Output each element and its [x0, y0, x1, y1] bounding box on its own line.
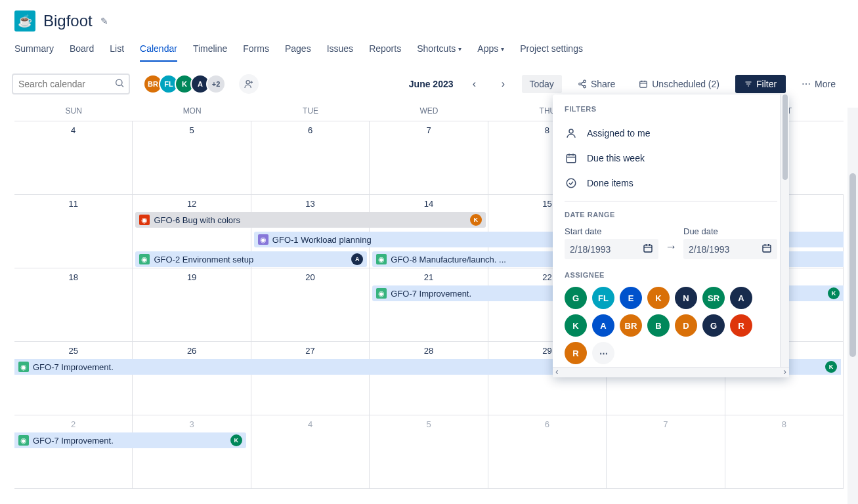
calendar-cell[interactable]: 18 — [14, 268, 133, 341]
calendar-cell[interactable]: 5 — [133, 121, 251, 194]
filter-option[interactable]: Due this week — [565, 146, 777, 171]
more-button[interactable]: ⋯ More — [794, 75, 844, 93]
edit-icon[interactable]: ✎ — [100, 16, 108, 26]
calendar-icon[interactable] — [761, 243, 772, 255]
assignee-chip[interactable]: E — [620, 287, 642, 309]
date-range-heading: DATE RANGE — [565, 211, 777, 219]
assignee-chip[interactable]: N — [675, 287, 697, 309]
filter-option-icon — [565, 127, 578, 139]
date-number: 7 — [374, 124, 483, 135]
assignee-chip[interactable]: R — [565, 342, 587, 364]
add-person-button[interactable] — [239, 74, 259, 94]
filter-option[interactable]: Assigned to me — [565, 121, 777, 146]
calendar-cell[interactable]: 27 — [251, 342, 370, 415]
tab-shortcuts[interactable]: Shortcuts▾ — [417, 39, 461, 62]
svg-line-1 — [121, 85, 123, 87]
app-title: Bigfoot — [43, 12, 93, 30]
calendar-cell[interactable]: 6 — [251, 121, 370, 194]
calendar-cell[interactable]: 26 — [133, 342, 251, 415]
date-number: 8 — [729, 418, 839, 429]
assignee-avatar: A — [351, 253, 363, 265]
calendar-event[interactable]: ◉GFO-2 Environment setupA — [135, 251, 367, 267]
assignee-chip[interactable]: R — [730, 314, 752, 337]
assignee-chip[interactable]: G — [565, 287, 587, 309]
tab-board[interactable]: Board — [70, 39, 94, 62]
svg-line-8 — [581, 82, 584, 83]
calendar-cell[interactable]: 4 — [14, 121, 133, 194]
calendar-cell[interactable]: 6 — [488, 415, 607, 488]
filters-heading: FILTERS — [565, 105, 777, 113]
event-text: GFO-2 Environment setup — [154, 255, 349, 264]
tab-project-settings[interactable]: Project settings — [520, 39, 583, 62]
date-number: 5 — [137, 124, 246, 135]
calendar-cell[interactable]: 5 — [370, 415, 488, 488]
search-input[interactable] — [12, 74, 130, 94]
date-number: 28 — [374, 345, 483, 356]
assignee-heading: ASSIGNEE — [565, 271, 777, 279]
svg-line-9 — [581, 85, 584, 86]
date-number: 3 — [137, 418, 246, 429]
assignee-chip[interactable]: K — [565, 314, 587, 337]
prev-month-button[interactable]: ‹ — [464, 74, 485, 94]
calendar-cell[interactable]: 28 — [370, 342, 488, 415]
calendar-cell[interactable]: 2 — [14, 415, 133, 488]
assignee-chip[interactable]: BR — [620, 314, 642, 337]
panel-vertical-scrollbar[interactable] — [780, 94, 789, 367]
calendar-cell[interactable]: 25 — [14, 342, 133, 415]
tab-reports[interactable]: Reports — [369, 39, 401, 62]
assignee-chip[interactable]: D — [675, 314, 697, 337]
unscheduled-button[interactable]: Unscheduled (2) — [631, 75, 727, 93]
issue-type-icon: ◉ — [376, 254, 387, 264]
assignee-chip[interactable]: SR — [702, 287, 725, 309]
assignee-avatar: K — [470, 214, 482, 226]
assignee-chip[interactable]: A — [730, 287, 752, 309]
filter-button[interactable]: Filter — [735, 75, 786, 93]
assignee-chip[interactable]: A — [592, 314, 614, 337]
tab-timeline[interactable]: Timeline — [193, 39, 227, 62]
issue-type-icon: ◉ — [139, 254, 150, 264]
assignee-more-button[interactable]: ⋯ — [592, 342, 614, 364]
calendar-cell[interactable]: 21 — [370, 268, 488, 341]
calendar-icon[interactable] — [643, 243, 653, 255]
calendar-cell[interactable]: 8 — [725, 415, 844, 488]
assignee-chip[interactable]: B — [647, 314, 670, 337]
assignee-chip[interactable]: K — [647, 287, 670, 309]
calendar-cell[interactable]: 19 — [133, 268, 251, 341]
calendar-event[interactable]: ◉GFO-7 Improvement.K — [14, 432, 246, 448]
due-date-input[interactable] — [689, 244, 761, 255]
calendar-cell[interactable]: 7 — [370, 121, 488, 194]
calendar-cell[interactable]: 4 — [251, 415, 370, 488]
date-number: 27 — [255, 345, 365, 356]
tabs: SummaryBoardListCalendarTimelineFormsPag… — [0, 39, 858, 62]
calendar-cell[interactable]: 3 — [133, 415, 251, 488]
assignee-chip[interactable]: FL — [592, 287, 614, 309]
panel-horizontal-scrollbar[interactable] — [553, 367, 789, 377]
tab-forms[interactable]: Forms — [243, 39, 269, 62]
page-vertical-scrollbar[interactable] — [847, 108, 858, 504]
tab-apps[interactable]: Apps▾ — [477, 39, 504, 62]
tab-list[interactable]: List — [110, 39, 124, 62]
next-month-button[interactable]: › — [493, 74, 514, 94]
svg-rect-23 — [644, 245, 652, 252]
chevron-down-icon: ▾ — [458, 45, 461, 52]
avatar-overflow[interactable]: +2 — [206, 74, 226, 94]
tab-pages[interactable]: Pages — [285, 39, 311, 62]
tab-issues[interactable]: Issues — [327, 39, 353, 62]
calendar-cell[interactable]: 11 — [14, 195, 133, 268]
tab-calendar[interactable]: Calendar — [140, 39, 177, 62]
filter-option[interactable]: Done items — [565, 171, 777, 196]
date-number: 21 — [374, 271, 483, 282]
filter-option-label: Assigned to me — [587, 128, 651, 138]
assignee-avatar: K — [828, 287, 840, 299]
date-number: 4 — [18, 124, 128, 135]
day-header: WED — [370, 101, 488, 121]
tab-summary[interactable]: Summary — [14, 39, 54, 62]
start-date-input[interactable] — [570, 244, 643, 255]
today-button[interactable]: Today — [522, 75, 562, 93]
calendar-cell[interactable]: 20 — [251, 268, 370, 341]
date-number: 20 — [255, 271, 365, 282]
assignee-chip[interactable]: G — [702, 314, 725, 337]
calendar-event[interactable]: ◉GFO-6 Bug with colorsK — [135, 212, 485, 228]
share-button[interactable]: Share — [570, 75, 623, 93]
calendar-cell[interactable]: 7 — [607, 415, 725, 488]
